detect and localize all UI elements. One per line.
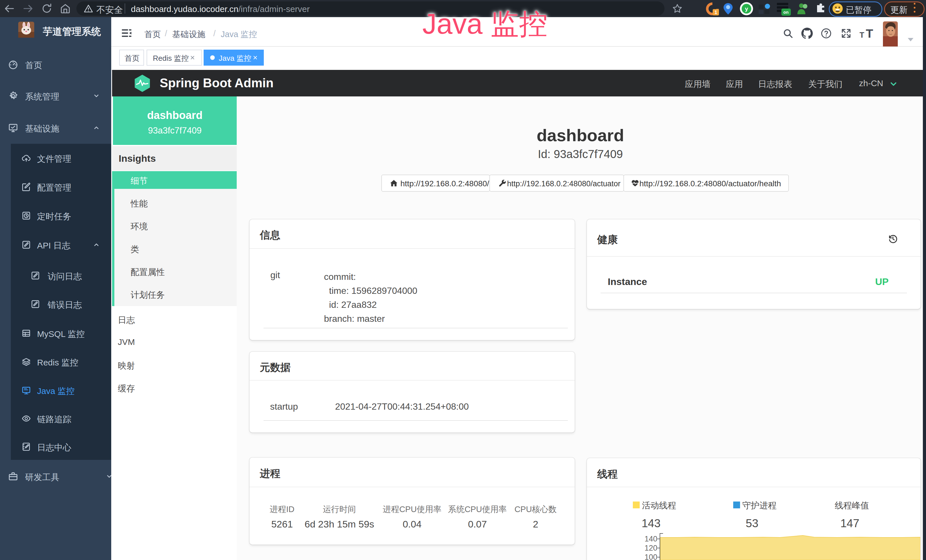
svg-text:1: 1 [714, 10, 717, 15]
svg-text:y: y [745, 6, 748, 12]
svg-text:on: on [784, 10, 788, 15]
